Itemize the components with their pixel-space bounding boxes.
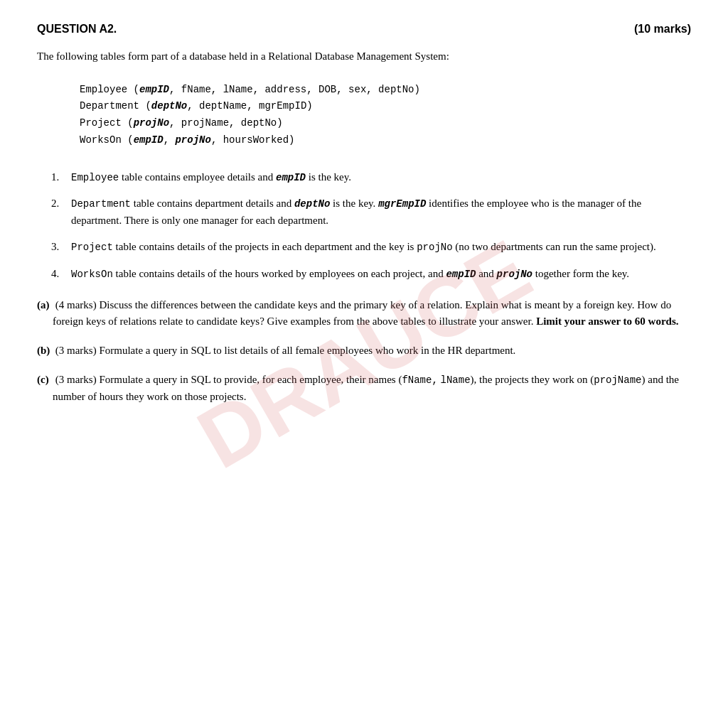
schema-projNo2: projNo <box>175 134 210 146</box>
item2-key1: deptNo <box>294 198 330 210</box>
schema-empID: empID <box>139 84 169 95</box>
item-content-1: Employee table contains employee details… <box>71 169 691 186</box>
item3-mono1: Project <box>71 242 113 253</box>
part-c-fname: fName, <box>402 374 437 386</box>
marks: (10 marks) <box>634 23 691 36</box>
item-num-2: 2. <box>51 195 71 229</box>
item1-key1: empID <box>276 172 306 183</box>
list-item-3: 3. Project table contains details of the… <box>51 239 691 256</box>
schema-projNo: projNo <box>134 117 169 129</box>
list-item-1: 1. Employee table contains employee deta… <box>51 169 691 186</box>
item1-mono1: Employee <box>71 172 119 183</box>
item4-mono1: WorksOn <box>71 269 113 280</box>
part-c-label: (c) <box>37 372 53 388</box>
part-c-lname: lName <box>441 374 471 386</box>
schema-line-3: Project (projNo, projName, deptNo) <box>80 115 691 132</box>
numbered-list: 1. Employee table contains employee deta… <box>51 169 691 283</box>
part-b-row: (b) (3 marks) Formulate a query in SQL t… <box>37 342 691 359</box>
part-a-content: (4 marks) Discuss the differences betwee… <box>53 297 691 330</box>
question-title: QUESTION A2. <box>37 23 117 36</box>
part-c-content: (3 marks) Formulate a query in SQL to pr… <box>53 372 691 405</box>
schema-deptNo: deptNo <box>151 100 187 112</box>
item-num-4: 4. <box>51 266 71 283</box>
part-c: (c) (3 marks) Formulate a query in SQL t… <box>37 372 691 405</box>
intro-text: The following tables form part of a data… <box>37 48 691 65</box>
item-num-3: 3. <box>51 239 71 256</box>
part-c-projname: projName <box>594 374 641 386</box>
item-content-4: WorksOn table contains details of the ho… <box>71 266 691 283</box>
part-a-row: (a) (4 marks) Discuss the differences be… <box>37 297 691 330</box>
header: QUESTION A2. (10 marks) <box>37 23 691 36</box>
item-content-3: Project table contains details of the pr… <box>71 239 691 256</box>
schema-line-2: Department (deptNo, deptName, mgrEmpID) <box>80 98 691 115</box>
part-a-limit: Limit your answer to 60 words. <box>536 315 678 327</box>
item4-key2: projNo <box>497 269 532 280</box>
item-content-2: Department table contains department det… <box>71 195 691 229</box>
item2-key2: mgrEmpID <box>378 198 426 210</box>
part-b-label: (b) <box>37 342 53 359</box>
part-b: (b) (3 marks) Formulate a query in SQL t… <box>37 342 691 359</box>
item4-key1: empID <box>446 269 476 280</box>
item3-key1: projNo <box>417 242 452 253</box>
part-a-label: (a) <box>37 297 53 313</box>
part-c-row: (c) (3 marks) Formulate a query in SQL t… <box>37 372 691 405</box>
list-item-2: 2. Department table contains department … <box>51 195 691 229</box>
part-a: (a) (4 marks) Discuss the differences be… <box>37 297 691 330</box>
schema-block: Employee (empID, fName, lName, address, … <box>80 82 691 149</box>
part-b-content: (3 marks) Formulate a query in SQL to li… <box>53 342 691 359</box>
item-num-1: 1. <box>51 169 71 186</box>
item2-mono1: Department <box>71 198 131 210</box>
schema-line-1: Employee (empID, fName, lName, address, … <box>80 82 691 99</box>
schema-empID2: empID <box>134 134 164 146</box>
schema-line-4: WorksOn (empID, projNo, hoursWorked) <box>80 132 691 149</box>
list-item-4: 4. WorksOn table contains details of the… <box>51 266 691 283</box>
